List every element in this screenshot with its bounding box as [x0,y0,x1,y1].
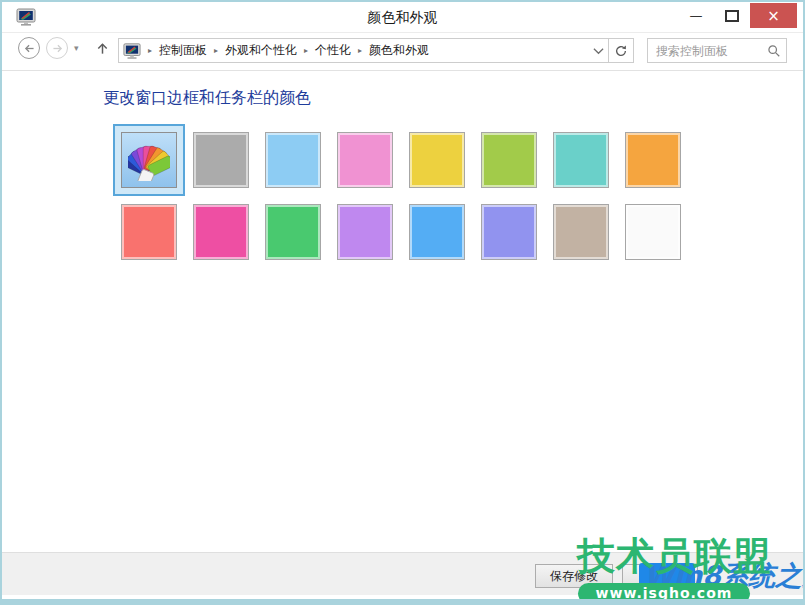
color-fan-icon [128,139,170,181]
navigation-bar: ▾ ▸控制面板▸外观和个性化▸个性化▸颜色和外观 [2,33,803,71]
maximize-button[interactable] [714,3,750,28]
color-swatch-lavender[interactable] [337,204,393,260]
color-swatch-sky-blue[interactable] [265,132,321,188]
refresh-icon [614,44,628,58]
page-title: 更改窗口边框和任务栏的颜色 [103,88,311,109]
color-swatch-green[interactable] [265,204,321,260]
breadcrumb-separator-icon: ▸ [148,46,152,55]
back-button[interactable] [18,37,40,59]
selected-color-indicator [113,124,185,196]
minimize-button[interactable]: — [678,3,714,28]
up-button[interactable] [92,38,112,58]
window-title: 颜色和外观 [122,9,683,27]
up-arrow-icon [95,41,110,56]
color-swatch-pink[interactable] [337,132,393,188]
maximize-icon [725,10,739,22]
chevron-down-icon [593,47,604,55]
forward-button[interactable] [46,37,68,59]
cancel-button[interactable]: 取消 [622,564,698,588]
color-swatch-hot-pink[interactable] [193,204,249,260]
close-button[interactable]: × [750,3,797,28]
color-swatch-yellow-green[interactable] [481,132,537,188]
breadcrumb-item-控制面板[interactable]: 控制面板 [159,42,207,59]
refresh-button[interactable] [608,39,633,62]
breadcrumb-separator-icon: ▸ [214,46,218,55]
display-properties-icon [16,7,36,27]
search-icon [767,44,781,58]
control-panel-icon [123,42,141,60]
address-bar[interactable]: ▸控制面板▸外观和个性化▸个性化▸颜色和外观 [118,38,634,63]
breadcrumb-item-外观和个性化[interactable]: 外观和个性化 [225,42,297,59]
color-swatch-periwinkle[interactable] [481,204,537,260]
color-row-2 [121,204,681,260]
color-swatch-teal[interactable] [553,132,609,188]
window-controls: — × [678,3,797,28]
color-swatch-automatic[interactable] [121,132,177,188]
color-appearance-window: 颜色和外观 — × ▾ [0,0,805,605]
breadcrumb-separator-icon: ▸ [358,46,362,55]
recent-pages-dropdown-icon[interactable]: ▾ [74,43,79,53]
search-box [647,38,787,63]
color-swatch-gray[interactable] [193,132,249,188]
breadcrumb-separator-icon: ▸ [304,46,308,55]
footer-bar: 保存修改 取消 [2,552,803,595]
color-swatch-orange[interactable] [625,132,681,188]
color-row-1 [113,123,681,197]
forward-arrow-icon [51,42,64,55]
address-dropdown-button[interactable] [588,47,608,55]
back-arrow-icon [23,42,36,55]
breadcrumb: ▸控制面板▸外观和个性化▸个性化▸颜色和外观 [141,42,429,59]
titlebar: 颜色和外观 — × [2,2,803,33]
color-swatch-blue[interactable] [409,204,465,260]
search-button[interactable] [762,44,786,58]
color-swatch-white[interactable] [625,204,681,260]
breadcrumb-item-颜色和外观[interactable]: 颜色和外观 [369,42,429,59]
color-swatch-taupe[interactable] [553,204,609,260]
save-changes-button[interactable]: 保存修改 [535,564,613,588]
breadcrumb-item-个性化[interactable]: 个性化 [315,42,351,59]
search-input[interactable] [648,44,762,58]
color-swatch-coral[interactable] [121,204,177,260]
color-swatch-yellow[interactable] [409,132,465,188]
